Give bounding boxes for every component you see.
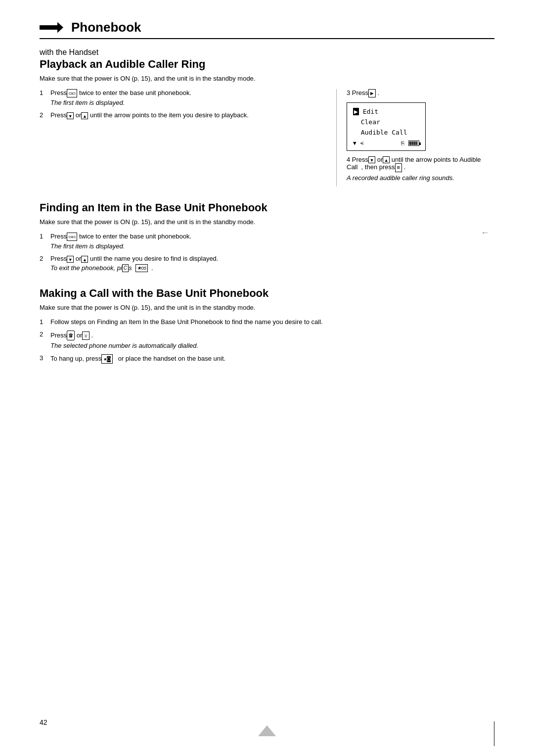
making-step-2: 2 Press☎ or☏ . The selected phone number… bbox=[40, 331, 494, 349]
bottom-line bbox=[494, 721, 494, 746]
step-4-sub: A recorded audible caller ring sounds. bbox=[347, 174, 494, 182]
step-1: 1 Press▭▭ twice to enter the base unit p… bbox=[40, 89, 326, 106]
finding-step-1-num: 1 bbox=[40, 233, 46, 250]
hangup-button: ★◙ bbox=[101, 354, 112, 364]
making-title: Making a Call with the Base Unit Phonebo… bbox=[40, 287, 494, 300]
c-button: C bbox=[122, 264, 129, 272]
lcd-highlight: ▶ bbox=[353, 108, 359, 115]
playback-title: Playback an Audible Caller Ring bbox=[40, 58, 494, 71]
making-step-3-num: 3 bbox=[40, 354, 46, 364]
bottom-decoration bbox=[0, 725, 534, 741]
finding-step-2-num: 2 bbox=[40, 255, 46, 272]
down-arrow-icon-2: ▼ bbox=[368, 156, 375, 163]
star-button: ★os bbox=[135, 264, 148, 272]
making-step-2-num: 2 bbox=[40, 331, 46, 349]
up-arrow-icon-3: ▲ bbox=[81, 256, 88, 263]
finding-step-1: 1 Press▭▭ twice to enter the base unit p… bbox=[40, 233, 494, 250]
making-step-3-content: To hang up, press★◙ or place the handset… bbox=[50, 354, 494, 364]
making-step-1-num: 1 bbox=[40, 318, 46, 326]
left-column: 1 Press▭▭ twice to enter the base unit p… bbox=[40, 89, 336, 187]
making-step-1: 1 Follow steps on Finding an Item In the… bbox=[40, 318, 494, 326]
phonebook-button: ▭▭ bbox=[67, 89, 77, 97]
right-column: 3 Press▶ . ▶ Edit Clear Audible Call ▼ ⪪… bbox=[336, 89, 494, 187]
playback-desc: Make sure that the power is ON (p. 15), … bbox=[40, 75, 494, 82]
lcd-status-icons: ▼ ⪪ ⎘ bbox=[353, 140, 419, 146]
lcd-display: ▶ Edit Clear Audible Call ▼ ⪪ ⎘ bbox=[347, 102, 426, 150]
finding-step-1-sub: The first item is displayed. bbox=[50, 242, 494, 250]
lcd-line-2: Clear bbox=[353, 117, 419, 128]
making-desc: Make sure that the power is ON (p. 15), … bbox=[40, 304, 494, 311]
step-4-num: 4 bbox=[347, 156, 350, 163]
step-1-num: 1 bbox=[40, 89, 46, 106]
call-button: ☎ bbox=[67, 331, 75, 340]
finding-title: Finding an Item in the Base Unit Phonebo… bbox=[40, 201, 494, 214]
step-2-content: Press▼ or▲ until the arrow points to the… bbox=[50, 111, 326, 119]
lcd-line-3: Audible Call bbox=[353, 128, 419, 138]
step-4: 4 Press▼ or▲ until the arrow points to A… bbox=[347, 156, 494, 182]
battery-icon bbox=[408, 141, 419, 146]
finding-step-1-text: Press▭▭ twice to enter the base unit pho… bbox=[50, 233, 191, 240]
making-step-1-content: Follow steps on Finding an Item In the B… bbox=[50, 318, 494, 326]
finding-section: Finding an Item in the Base Unit Phonebo… bbox=[40, 201, 494, 273]
step-2: 2 Press▼ or▲ until the arrow points to t… bbox=[40, 111, 326, 119]
finding-step-2-content: Press▼ or▲ until the name you desire to … bbox=[50, 255, 494, 272]
bottom-arrow-icon bbox=[258, 725, 276, 736]
finding-steps: 1 Press▭▭ twice to enter the base unit p… bbox=[40, 233, 494, 273]
playback-section: Playback an Audible Caller Ring Make sur… bbox=[40, 58, 494, 187]
signal-icon: ▼ ⪪ bbox=[353, 140, 365, 146]
step-1-text: Press▭▭ twice to enter the base unit pho… bbox=[50, 89, 191, 96]
step-2-num: 2 bbox=[40, 111, 46, 119]
step-1-sub: The first item is displayed. bbox=[50, 99, 326, 106]
making-section: Making a Call with the Base Unit Phonebo… bbox=[40, 287, 494, 364]
finding-desc: Make sure that the power is ON (p. 15), … bbox=[40, 218, 494, 226]
finding-step-2-sub: To exit the phonebook, piCs ★os . bbox=[50, 264, 494, 273]
step-3: 3 Press▶ . bbox=[347, 89, 494, 97]
making-step-2-text: Press☎ or☏ . bbox=[50, 331, 93, 339]
making-step-2-sub: The selected phone number is automatical… bbox=[50, 342, 494, 349]
making-step-3: 3 To hang up, press★◙ or place the hands… bbox=[40, 354, 494, 364]
up-arrow-icon: ▲ bbox=[81, 112, 88, 119]
making-steps: 1 Follow steps on Finding an Item In the… bbox=[40, 318, 494, 364]
step-3-num: 3 bbox=[347, 89, 350, 96]
page-header: Phonebook bbox=[40, 20, 494, 35]
page-title: Phonebook bbox=[71, 20, 141, 35]
margin-symbol: ← bbox=[481, 228, 490, 238]
finding-step-1-content: Press▭▭ twice to enter the base unit pho… bbox=[50, 233, 494, 250]
up-arrow-icon-2: ▲ bbox=[383, 156, 390, 163]
making-step-1-text: Follow steps on Finding an Item In the B… bbox=[50, 318, 323, 326]
transfer-button: ☏ bbox=[82, 331, 89, 340]
down-arrow-icon-3: ▼ bbox=[67, 256, 74, 263]
playback-content: 1 Press▭▭ twice to enter the base unit p… bbox=[40, 89, 494, 187]
step-2-text: Press▼ or▲ until the arrow points to the… bbox=[50, 111, 249, 119]
menu-button: ≡ bbox=[395, 163, 402, 172]
down-arrow-icon: ▼ bbox=[67, 112, 74, 119]
play-button: ▶ bbox=[368, 89, 376, 97]
making-step-3-text: To hang up, press★◙ or place the handset… bbox=[50, 355, 225, 362]
finding-step-2-text: Press▼ or▲ until the name you desire to … bbox=[50, 255, 218, 262]
arrow-icon bbox=[40, 22, 63, 33]
page-subtitle: with the Handset bbox=[40, 48, 494, 57]
finding-step-2: 2 Press▼ or▲ until the name you desire t… bbox=[40, 255, 494, 272]
lcd-line-1: ▶ Edit bbox=[353, 107, 419, 117]
phonebook-button-2: ▭▭ bbox=[67, 233, 77, 241]
phone-icon: ⎘ bbox=[401, 140, 404, 146]
making-step-2-content: Press☎ or☏ . The selected phone number i… bbox=[50, 331, 494, 349]
step-1-content: Press▭▭ twice to enter the base unit pho… bbox=[50, 89, 326, 106]
header-divider bbox=[40, 38, 494, 39]
battery-fill bbox=[409, 142, 418, 145]
